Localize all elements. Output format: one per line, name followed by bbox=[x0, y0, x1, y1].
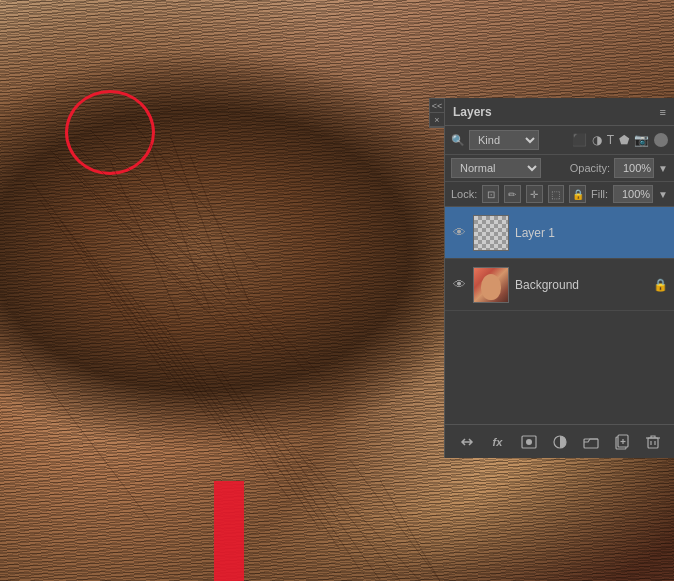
svg-line-10 bbox=[60, 220, 190, 400]
fill-arrow[interactable]: ▼ bbox=[658, 189, 668, 200]
svg-line-16 bbox=[20, 350, 150, 520]
filter-row: 🔍 Kind Name Effect Mode Attribute Color … bbox=[445, 126, 674, 155]
lock-position-button[interactable]: ✛ bbox=[526, 185, 543, 203]
new-group-button[interactable] bbox=[580, 431, 602, 453]
fx-button[interactable]: fx bbox=[487, 431, 509, 453]
svg-point-33 bbox=[526, 439, 532, 445]
layer-thumb-background bbox=[473, 267, 509, 303]
panel-header: Layers ≡ bbox=[445, 98, 674, 126]
svg-line-12 bbox=[100, 260, 230, 440]
kind-select[interactable]: Kind Name Effect Mode Attribute Color bbox=[469, 130, 539, 150]
lock-all-button[interactable]: 🔒 bbox=[569, 185, 586, 203]
fx-label: fx bbox=[493, 436, 503, 448]
filter-type-icon[interactable]: T bbox=[607, 133, 614, 147]
lock-row: Lock: ⊡ ✏ ✛ ⬚ 🔒 Fill: ▼ bbox=[445, 182, 674, 207]
filter-adjustment-icon[interactable]: ◑ bbox=[592, 133, 602, 147]
layer-item-layer1[interactable]: 👁 Layer 1 bbox=[445, 207, 674, 259]
filter-toggle[interactable] bbox=[654, 133, 668, 147]
svg-line-21 bbox=[280, 430, 400, 581]
svg-line-7 bbox=[190, 155, 250, 305]
layer-name-background: Background bbox=[515, 278, 647, 292]
thumb-photo-background bbox=[474, 268, 508, 302]
svg-rect-40 bbox=[648, 438, 658, 448]
visibility-eye-layer1[interactable]: 👁 bbox=[451, 225, 467, 240]
svg-rect-35 bbox=[584, 439, 598, 448]
fill-input[interactable] bbox=[613, 185, 653, 203]
lock-label: Lock: bbox=[451, 188, 477, 200]
svg-line-6 bbox=[170, 135, 230, 295]
filter-shape-icon[interactable]: ⬟ bbox=[619, 133, 629, 147]
svg-line-22 bbox=[300, 450, 420, 581]
fill-label: Fill: bbox=[591, 188, 608, 200]
panel-toolbar: fx bbox=[445, 424, 674, 458]
opacity-input[interactable] bbox=[614, 158, 654, 178]
layer-name-layer1: Layer 1 bbox=[515, 226, 668, 240]
panel-header-icons: ≡ bbox=[660, 106, 666, 118]
filter-pixel-icon[interactable]: ⬛ bbox=[572, 133, 587, 147]
canvas-red-edge bbox=[214, 481, 244, 581]
lock-image-button[interactable]: ✏ bbox=[504, 185, 521, 203]
layers-list: 👁 Layer 1 👁 Background 🔒 bbox=[445, 207, 674, 424]
layer-lock-icon: 🔒 bbox=[653, 278, 668, 292]
svg-line-24 bbox=[380, 480, 440, 581]
layer-item-background[interactable]: 👁 Background 🔒 bbox=[445, 259, 674, 311]
svg-line-23 bbox=[350, 460, 440, 581]
svg-line-19 bbox=[240, 390, 360, 570]
svg-line-20 bbox=[260, 410, 380, 580]
close-button[interactable]: × bbox=[430, 113, 444, 127]
svg-line-9 bbox=[40, 200, 170, 380]
filter-icons: ⬛ ◑ T ⬟ 📷 bbox=[572, 133, 668, 147]
svg-line-2 bbox=[90, 130, 240, 280]
blend-mode-select[interactable]: Normal Dissolve Multiply Screen Overlay bbox=[451, 158, 541, 178]
panel-collapse-controls[interactable]: << × bbox=[429, 98, 444, 128]
blend-row: Normal Dissolve Multiply Screen Overlay … bbox=[445, 155, 674, 182]
opacity-arrow[interactable]: ▼ bbox=[658, 163, 668, 174]
delete-layer-button[interactable] bbox=[642, 431, 664, 453]
new-layer-button[interactable] bbox=[611, 431, 633, 453]
layers-panel: Layers ≡ 🔍 Kind Name Effect Mode Attribu… bbox=[444, 98, 674, 458]
lock-transparent-button[interactable]: ⊡ bbox=[482, 185, 499, 203]
layer-thumb-layer1 bbox=[473, 215, 509, 251]
filter-smart-icon[interactable]: 📷 bbox=[634, 133, 649, 147]
svg-line-11 bbox=[80, 240, 210, 420]
thumb-checkerboard-layer1 bbox=[474, 216, 508, 250]
svg-line-1 bbox=[70, 140, 220, 290]
svg-line-30 bbox=[155, 210, 305, 370]
visibility-eye-background[interactable]: 👁 bbox=[451, 277, 467, 292]
svg-line-0 bbox=[50, 150, 200, 300]
svg-line-29 bbox=[135, 200, 285, 360]
panel-title: Layers bbox=[453, 105, 492, 119]
link-layers-button[interactable] bbox=[456, 431, 478, 453]
opacity-label: Opacity: bbox=[570, 162, 610, 174]
svg-line-15 bbox=[160, 320, 290, 500]
svg-line-28 bbox=[115, 190, 265, 350]
collapse-button[interactable]: << bbox=[430, 99, 444, 113]
svg-line-13 bbox=[120, 280, 250, 460]
svg-line-14 bbox=[140, 300, 270, 480]
svg-line-4 bbox=[130, 120, 260, 270]
add-mask-button[interactable] bbox=[518, 431, 540, 453]
face-silhouette bbox=[481, 274, 501, 300]
search-icon: 🔍 bbox=[451, 134, 465, 147]
new-fill-layer-button[interactable] bbox=[549, 431, 571, 453]
lock-artboard-button[interactable]: ⬚ bbox=[548, 185, 565, 203]
svg-line-27 bbox=[95, 180, 245, 340]
panel-menu-icon[interactable]: ≡ bbox=[660, 106, 666, 118]
